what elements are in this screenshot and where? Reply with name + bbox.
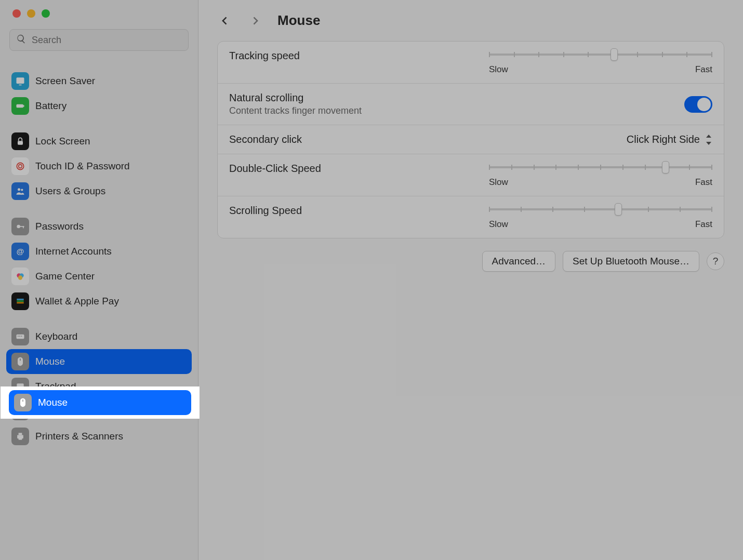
row-secondary-click: Secondary click Click Right Side [218,125,724,154]
svg-point-7 [18,188,20,191]
sidebar-item-keyboard[interactable]: Keyboard [6,324,192,349]
footer-buttons: Advanced… Set Up Bluetooth Mouse… ? [198,238,743,284]
tracking-speed-slider[interactable] [489,50,712,59]
sidebar-item-label: Mouse [35,356,65,367]
main-content: Mouse Tracking speed Slow Fast [198,0,743,560]
setup-bluetooth-mouse-button[interactable]: Set Up Bluetooth Mouse… [563,251,699,272]
touchid-icon [11,157,29,175]
sidebar-item-touchid[interactable]: Touch ID & Password [6,154,192,179]
lock-icon [11,132,29,150]
system-settings-window: Screen SaverBatteryLock ScreenTouch ID &… [0,0,743,560]
svg-rect-1 [19,85,22,86]
search-input[interactable] [32,35,182,46]
sidebar-item-label: Touch ID & Password [35,161,130,172]
battery-icon [11,97,29,115]
help-button[interactable]: ? [707,252,724,270]
at-icon: @ [11,243,29,260]
svg-point-9 [17,225,20,229]
svg-rect-18 [17,302,23,304]
sidebar-item-at[interactable]: @Internet Accounts [6,239,192,264]
natural-scrolling-switch[interactable] [684,96,712,113]
minimize-window-button[interactable] [27,9,35,18]
svg-rect-22 [21,336,22,337]
sidebar-item-label: Mouse [38,397,68,408]
sidebar-item-gamecenter[interactable]: Game Center [6,264,192,289]
sidebar-item-printer[interactable]: Printers & Scanners [6,424,192,449]
slider-thumb[interactable] [611,48,618,61]
nav-back-button[interactable] [217,13,233,29]
search-icon [16,34,26,46]
secondary-click-dropdown[interactable]: Click Right Side [627,134,712,145]
nav-forward-button[interactable] [247,13,263,29]
mouse-icon [14,394,32,411]
svg-rect-11 [23,226,24,228]
svg-rect-21 [19,336,20,337]
svg-rect-17 [17,300,23,302]
slider-max-label: Fast [695,177,712,188]
sidebar-item-wallet[interactable]: Wallet & Apple Pay [6,289,192,314]
printer-icon [11,428,29,445]
double-click-speed-label: Double-Click Speed [229,163,321,175]
svg-rect-4 [18,141,23,145]
sidebar-item-label: Passwords [35,221,84,232]
chevron-up-down-icon [705,135,712,145]
svg-rect-16 [17,299,23,300]
double-click-speed-slider[interactable] [489,163,712,172]
sidebar-item-mouse-highlighted[interactable]: Mouse [9,390,191,415]
secondary-click-value: Click Right Side [627,134,700,145]
svg-rect-0 [17,77,24,84]
advanced-button[interactable]: Advanced… [482,251,556,272]
row-double-click-speed: Double-Click Speed Slow Fast [218,154,724,196]
sidebar-item-label: Battery [35,100,67,112]
natural-scrolling-label: Natural scrolling [229,92,362,104]
svg-rect-3 [23,105,24,106]
slider-thumb[interactable] [615,203,622,216]
sidebar-item-label: Wallet & Apple Pay [35,296,119,307]
sidebar-item-label: Users & Groups [35,185,105,197]
svg-point-15 [18,275,22,279]
mouse-icon [11,353,29,370]
scrolling-speed-slider[interactable] [489,205,712,214]
window-controls [0,0,198,24]
slider-max-label: Fast [695,64,712,75]
settings-panel: Tracking speed Slow Fast Natural scrolli… [217,41,724,238]
fullscreen-window-button[interactable] [42,9,50,18]
sidebar-item-users[interactable]: Users & Groups [6,179,192,204]
content-header: Mouse [198,0,743,41]
sidebar: Screen SaverBatteryLock ScreenTouch ID &… [0,0,198,560]
svg-text:@: @ [17,247,24,256]
scrolling-speed-label: Scrolling Speed [229,205,302,217]
close-window-button[interactable] [12,9,21,18]
screensaver-icon [11,72,29,90]
slider-max-label: Fast [695,219,712,230]
sidebar-item-screensaver[interactable]: Screen Saver [6,69,192,94]
slider-thumb[interactable] [662,161,669,174]
svg-rect-20 [18,336,19,337]
row-natural-scrolling: Natural scrolling Content tracks finger … [218,84,724,125]
tracking-speed-label: Tracking speed [229,50,300,62]
sidebar-item-passwords[interactable]: Passwords [6,214,192,239]
sidebar-item-label: Internet Accounts [35,246,112,257]
sidebar-item-label: Screen Saver [35,75,95,87]
svg-point-5 [17,163,23,169]
svg-point-8 [21,189,23,191]
secondary-click-label: Secondary click [229,134,302,145]
svg-point-6 [19,165,22,168]
row-tracking-speed: Tracking speed Slow Fast [218,42,724,84]
natural-scrolling-sublabel: Content tracks finger movement [229,105,362,116]
svg-rect-25 [19,433,22,435]
slider-min-label: Slow [489,177,508,188]
sidebar-item-label: Printers & Scanners [35,431,123,442]
sidebar-item-battery[interactable]: Battery [6,94,192,118]
row-scrolling-speed: Scrolling Speed Slow Fast [218,196,724,238]
sidebar-item-label: Game Center [35,271,95,282]
slider-min-label: Slow [489,64,508,75]
sidebar-item-lock[interactable]: Lock Screen [6,129,192,154]
search-field[interactable] [9,29,189,51]
page-title: Mouse [277,12,320,29]
slider-min-label: Slow [489,219,508,230]
keyboard-icon [11,328,29,345]
sidebar-item-label: Keyboard [35,331,77,342]
users-icon [11,182,29,200]
sidebar-item-mouse[interactable]: Mouse [6,349,192,374]
